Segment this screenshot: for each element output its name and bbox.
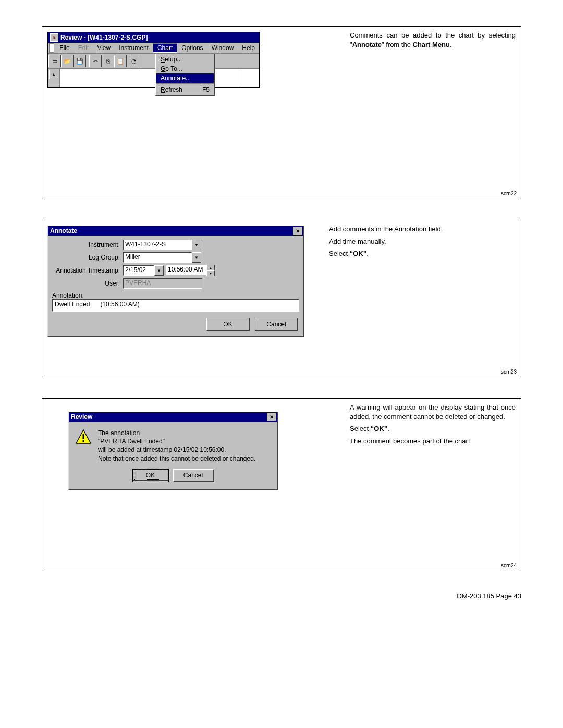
- svg-rect-1: [83, 434, 84, 439]
- ok-button[interactable]: OK: [206, 318, 250, 331]
- close-icon[interactable]: ✕: [267, 413, 276, 421]
- review-warning-dialog: Review ✕ The annotation "PVERHA Dwell En…: [68, 412, 278, 490]
- dialog-titlebar: Review ✕: [69, 412, 277, 422]
- label-loggroup: Log Group:: [52, 254, 123, 261]
- menu-options[interactable]: Options: [177, 44, 207, 52]
- instrument-value: W41-1307-2-S: [123, 240, 192, 250]
- close-icon[interactable]: ✕: [293, 227, 302, 235]
- loggroup-combo[interactable]: Miller ▼: [123, 252, 201, 263]
- cancel-button[interactable]: Cancel: [173, 469, 214, 482]
- annotation-input[interactable]: Dwell Ended (10:56:00 AM): [52, 299, 299, 312]
- dropdown-goto[interactable]: Go To...: [156, 64, 214, 73]
- toolbar: ▭ 📂 💾 ✂ ⎘ 📋 ◔: [48, 54, 259, 69]
- caption-2: Add comments in the Annotation field. Ad…: [319, 220, 521, 377]
- time-value: 10:56:00 AM: [166, 265, 206, 275]
- cancel-button[interactable]: Cancel: [255, 318, 298, 331]
- instrument-combo[interactable]: W41-1307-2-S ▼: [123, 240, 201, 250]
- spinner-down-icon[interactable]: ▼: [206, 270, 215, 276]
- time-spinner[interactable]: 10:56:00 AM ▲ ▼: [166, 265, 215, 276]
- review-window: ≈ Review - [W41-1307-2-S.CGP] File Edit …: [47, 32, 260, 88]
- scrn-label-3: scrn24: [501, 563, 517, 569]
- menu-view[interactable]: View: [93, 44, 115, 52]
- dialog-title-text: Annotate: [50, 227, 77, 235]
- menu-help[interactable]: Help: [238, 44, 259, 52]
- menu-edit[interactable]: Edit: [74, 44, 93, 52]
- cut-button-icon[interactable]: ✂: [89, 55, 102, 67]
- label-user: User:: [52, 280, 123, 287]
- dialog-title-text: Review: [71, 413, 92, 421]
- chevron-down-icon[interactable]: ▼: [154, 265, 164, 276]
- panel-annotate-dialog: Annotate ✕ Instrument: W41-1307-2-S ▼ Lo…: [42, 220, 521, 377]
- app-icon: ≈: [50, 33, 58, 42]
- titlebar: ≈ Review - [W41-1307-2-S.CGP]: [48, 32, 259, 43]
- annotation-text: Dwell Ended: [55, 301, 90, 310]
- chevron-down-icon[interactable]: ▼: [192, 240, 201, 250]
- ok-button[interactable]: OK: [132, 469, 169, 482]
- panel-warning-dialog: Review ✕ The annotation "PVERHA Dwell En…: [42, 398, 521, 571]
- label-annotation: Annotation:: [48, 290, 303, 299]
- page-footer: OM-203 185 Page 43: [42, 592, 521, 600]
- clock-button-icon[interactable]: ◔: [130, 55, 138, 67]
- menu-instrument[interactable]: Instrument: [115, 44, 153, 52]
- dropdown-refresh[interactable]: Refresh F5: [156, 85, 214, 94]
- warning-icon: [75, 429, 92, 446]
- label-timestamp: Annotation Timestamp:: [52, 267, 123, 274]
- user-value: PVERHA: [123, 278, 202, 289]
- caption-3: A warning will appear on the display sta…: [339, 399, 521, 571]
- new-button-icon[interactable]: ▭: [48, 55, 61, 67]
- caption-1: Comments can be added to the chart by se…: [339, 27, 521, 199]
- annotate-dialog: Annotate ✕ Instrument: W41-1307-2-S ▼ Lo…: [47, 226, 304, 337]
- spinner-up-icon[interactable]: ▲: [206, 265, 215, 270]
- scrn-label-1: scrn22: [501, 191, 517, 196]
- chevron-down-icon[interactable]: ▼: [192, 252, 201, 263]
- panel-chart-menu: ≈ Review - [W41-1307-2-S.CGP] File Edit …: [42, 26, 521, 199]
- warning-text: The annotation "PVERHA Dwell Ended" will…: [98, 429, 255, 463]
- window-title: Review - [W41-1307-2-S.CGP]: [60, 34, 148, 41]
- dropdown-annotate[interactable]: Annotate...: [156, 73, 214, 83]
- shortcut-label: F5: [202, 86, 210, 93]
- date-combo[interactable]: 2/15/02 ▼: [123, 265, 164, 276]
- chart-dropdown: Setup... Go To... Annotate... Refresh F5: [155, 54, 215, 96]
- chart-area: ▲: [48, 69, 259, 87]
- scrn-label-2: scrn23: [501, 369, 517, 375]
- dialog-titlebar: Annotate ✕: [48, 226, 303, 236]
- doc-icon: [49, 43, 54, 53]
- menu-chart[interactable]: Chart: [153, 43, 177, 53]
- label-instrument: Instrument:: [52, 241, 123, 249]
- date-value: 2/15/02: [123, 265, 154, 276]
- loggroup-value: Miller: [123, 252, 192, 263]
- paste-button-icon[interactable]: 📋: [114, 55, 127, 67]
- menu-window[interactable]: Window: [207, 44, 238, 52]
- dropdown-setup[interactable]: Setup...: [156, 55, 214, 64]
- menu-file[interactable]: File: [55, 44, 74, 52]
- svg-rect-2: [83, 440, 84, 442]
- menubar: File Edit View Instrument Chart Options …: [48, 43, 259, 54]
- copy-button-icon[interactable]: ⎘: [102, 55, 114, 67]
- scroll-up-icon[interactable]: ▲: [49, 70, 58, 79]
- annotation-time: (10:56:00 AM): [100, 301, 139, 310]
- save-button-icon[interactable]: 💾: [74, 55, 86, 67]
- open-button-icon[interactable]: 📂: [61, 55, 74, 67]
